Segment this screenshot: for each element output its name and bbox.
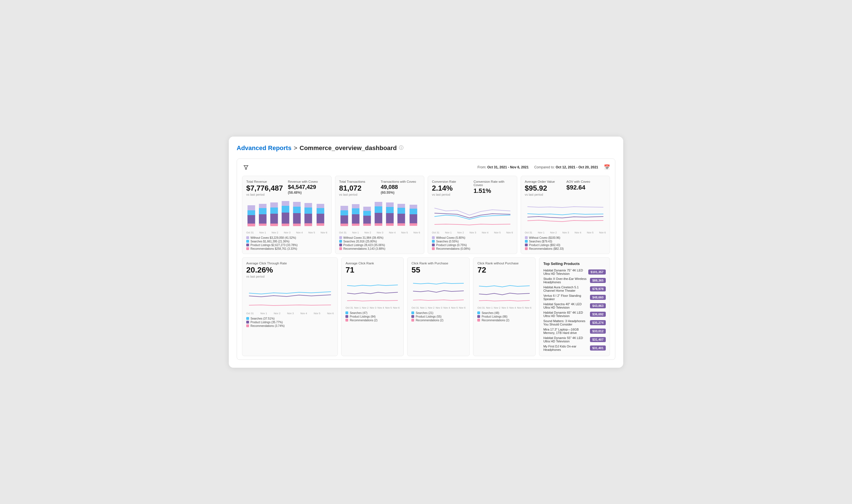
svg-rect-18 xyxy=(293,207,301,214)
product-value: $43,863 xyxy=(590,303,606,308)
ctr-legend: Searches (37.51%) Product Listings (35.7… xyxy=(246,317,334,327)
aov-panel: Average Order Value $95.92 vs last perio… xyxy=(521,176,610,254)
product-value: $88,365 xyxy=(590,278,606,283)
svg-rect-40 xyxy=(363,223,371,226)
ctr-title: Average Click Through Rate xyxy=(246,262,334,265)
top-products-title: Top Selling Products xyxy=(543,262,606,266)
svg-rect-14 xyxy=(282,206,289,214)
svg-marker-0 xyxy=(244,165,248,169)
revenue-coveo-sub: (58.48%) xyxy=(288,191,327,195)
svg-rect-44 xyxy=(375,223,382,226)
svg-rect-24 xyxy=(305,223,312,226)
product-name: Sound Matters: 3 Headphones You Should C… xyxy=(543,319,588,326)
svg-rect-8 xyxy=(259,223,266,226)
svg-rect-31 xyxy=(340,215,348,225)
click-rank-purchase-panel: Click Rank with Purchase 55 Oct 31Nov 1N… xyxy=(407,257,470,356)
svg-rect-11 xyxy=(270,214,278,225)
date-compared-label: Compared to: Oct 12, 2021 - Oct 20, 2021 xyxy=(534,165,598,169)
aov-chart xyxy=(525,200,606,231)
date-from-value: Oct 31, 2021 - Nov 6, 2021 xyxy=(487,165,528,169)
svg-rect-30 xyxy=(340,210,348,216)
filter-icon[interactable] xyxy=(242,163,250,171)
date-info: From: Oct 31, 2021 - Nov 6, 2021 Compare… xyxy=(477,164,610,170)
product-value: $31,401 xyxy=(590,345,606,350)
click-rank-no-purchase-chart xyxy=(477,275,532,306)
click-rank-purchase-x-labels: Oct 31Nov 1Nov 2Nov 3Nov 4Nov 5Nov 6 xyxy=(411,306,466,309)
transactions-coveo-title: Transactions with Coveo xyxy=(381,180,420,183)
click-rank-no-purchase-x-labels: Oct 31Nov 1Nov 2Nov 3Nov 4Nov 5Nov 6 xyxy=(477,306,532,309)
product-row: Vertus 6 I 2" Floor Standing Speaker $48… xyxy=(543,294,606,301)
top-products-panel: Top Selling Products Habitat Dynamix 75"… xyxy=(539,257,610,356)
revenue-legend: Without Coveo $3,229,058 (41.52%) Search… xyxy=(246,236,327,250)
ctr-value: 20.26% xyxy=(246,266,334,274)
svg-rect-52 xyxy=(397,223,405,226)
product-name: Habitat Dynamix 55" 4K LED Ultra HD Tele… xyxy=(543,336,588,343)
revenue-sub: vs last period xyxy=(246,193,286,196)
product-value: $31,407 xyxy=(590,337,606,342)
avg-click-rank-value: 71 xyxy=(345,266,400,274)
avg-click-rank-panel: Average Click Rank 71 Oct 31Nov 1Nov 2No… xyxy=(341,257,404,356)
dashboard-container: Advanced Reports > Commerce_overview_das… xyxy=(229,137,623,368)
product-value: $33,012 xyxy=(590,329,606,334)
click-rank-purchase-chart xyxy=(411,275,466,306)
revenue-panel: Total Revenue $7,776,487 vs last period … xyxy=(242,176,332,254)
svg-rect-42 xyxy=(375,206,382,214)
product-name: Habitat Spectra 40" 4K LED Ultra HD Tele… xyxy=(543,302,588,309)
transactions-panel: Total Transactions 81,072 vs last period… xyxy=(335,176,424,254)
aov-title: Average Order Value xyxy=(525,180,564,183)
bottom-metrics-row: Average Click Through Rate 20.26% vs las… xyxy=(242,257,610,356)
transactions-title: Total Transactions xyxy=(339,180,379,183)
product-name: Habitat Aura Cinetech 5.1 Channel Home T… xyxy=(543,286,588,292)
product-name: Studio X Over-the-Ear Wireless Headphone… xyxy=(543,277,588,284)
transactions-coveo-value: 49,088 xyxy=(381,184,420,190)
revenue-coveo-value: $4,547,429 xyxy=(288,184,327,190)
svg-rect-16 xyxy=(282,223,289,226)
transactions-chart xyxy=(339,200,420,231)
avg-click-rank-legend: Searches (47) Product Listings (84) Reco… xyxy=(345,311,400,322)
breadcrumb-current: Commerce_overview_dashboard xyxy=(299,144,397,152)
product-row: My First DJ Kids On-ear Headphones $31,4… xyxy=(543,345,606,352)
product-value: $101,357 xyxy=(588,269,606,274)
conversion-x-labels: Oct 31Nov 1Nov 2Nov 3Nov 4Nov 5Nov 6 xyxy=(432,231,513,234)
main-dashboard-card: From: Oct 31, 2021 - Nov 6, 2021 Compare… xyxy=(237,159,615,360)
product-name: Mira 17.3" Laptop—16GB Memory, 1TB Hard … xyxy=(543,328,588,335)
help-icon[interactable]: ⓘ xyxy=(399,145,403,151)
svg-rect-48 xyxy=(386,223,394,226)
svg-rect-12 xyxy=(270,223,278,226)
top-bar: From: Oct 31, 2021 - Nov 6, 2021 Compare… xyxy=(242,163,610,171)
product-row: Habitat Dynamix 65" 4K LED Ultra HD Tele… xyxy=(543,311,606,318)
svg-rect-47 xyxy=(386,213,394,224)
revenue-chart xyxy=(246,200,327,231)
product-row: Habitat Aura Cinetech 5.1 Channel Home T… xyxy=(543,286,606,292)
aov-value: $95.92 xyxy=(525,184,564,193)
svg-rect-36 xyxy=(352,223,359,226)
conversion-title: Conversion Rate xyxy=(432,180,471,183)
click-rank-no-purchase-title: Click Rank without Purchase xyxy=(477,262,532,265)
top-metrics-row: Total Revenue $7,776,487 vs last period … xyxy=(242,176,610,254)
breadcrumb-link[interactable]: Advanced Reports xyxy=(237,144,291,152)
transactions-coveo-sub: (60.55%) xyxy=(381,191,420,195)
conversion-coveo-title: Conversion Rate with Coveo xyxy=(474,180,513,187)
date-from-label: From: Oct 31, 2021 - Nov 6, 2021 xyxy=(477,165,528,169)
click-rank-no-purchase-panel: Click Rank without Purchase 72 Oct 31Nov… xyxy=(473,257,536,356)
svg-rect-15 xyxy=(282,213,289,224)
svg-rect-35 xyxy=(352,214,359,224)
svg-rect-26 xyxy=(317,208,324,215)
svg-rect-28 xyxy=(317,223,324,226)
ctr-sub: vs last period xyxy=(246,275,334,278)
svg-rect-50 xyxy=(397,208,405,215)
conversion-coveo-value: 1.51% xyxy=(474,187,513,195)
svg-rect-6 xyxy=(259,208,266,215)
product-row: Habitat Dynamix 55" 4K LED Ultra HD Tele… xyxy=(543,336,606,343)
revenue-title: Total Revenue xyxy=(246,180,286,183)
breadcrumb: Advanced Reports > Commerce_overview_das… xyxy=(237,144,615,152)
svg-rect-39 xyxy=(363,216,371,224)
click-rank-purchase-legend: Searches (21) Product Listings (55) Reco… xyxy=(411,311,466,322)
ctr-chart xyxy=(246,281,334,311)
svg-rect-43 xyxy=(375,213,382,224)
svg-rect-19 xyxy=(293,213,301,225)
svg-rect-3 xyxy=(247,215,255,225)
product-value: $35,274 xyxy=(590,320,606,325)
svg-rect-55 xyxy=(410,214,417,224)
calendar-icon[interactable]: 📅 xyxy=(604,164,610,170)
